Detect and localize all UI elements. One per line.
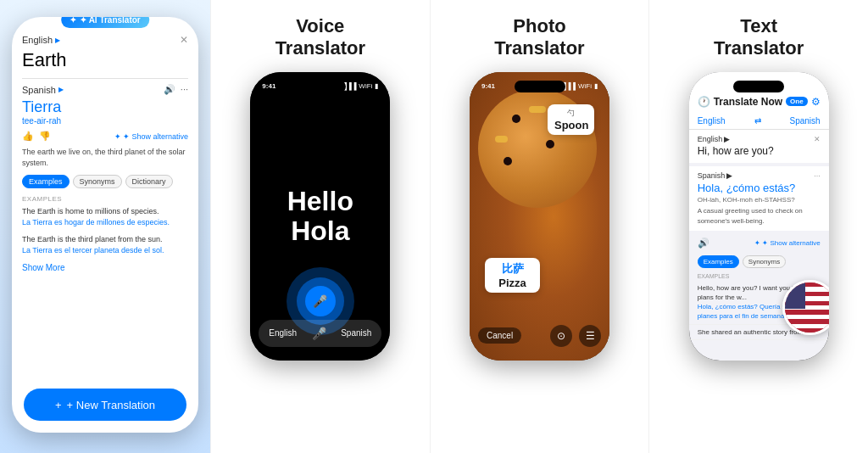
lang-to-label[interactable]: Spanish <box>790 116 821 126</box>
voice-lang-left[interactable]: English <box>269 328 297 338</box>
text-app-header: 🕐 Translate Now One ⚙ <box>689 72 829 113</box>
output-area-lang-row: Spanish ▶ ··· <box>698 171 821 180</box>
input-lang-label[interactable]: English ▶ <box>22 35 60 45</box>
battery-icon: ▮ <box>375 82 378 90</box>
panel-app-screenshot: ✦ ✦ AI Translator English ▶ ✕ Earth Span… <box>0 0 210 453</box>
ai-badge-label: ✦ AI Translator <box>80 17 141 25</box>
header-center: Translate Now One <box>714 96 808 108</box>
mic-small-icon[interactable]: 🎤 <box>312 327 326 340</box>
olive-2 <box>546 140 554 148</box>
photo-notch <box>515 81 565 92</box>
mic-icon[interactable]: 🎤 <box>313 294 327 308</box>
photo-status-time: 9:41 <box>481 82 495 90</box>
output-pronunciation: OH-lah, KOH-moh eh-STAHSS? <box>698 196 821 204</box>
output-lang-row: Spanish ▶ 🔊 ··· <box>22 84 188 95</box>
divider-1 <box>22 78 188 79</box>
example-2: The Earth is the third planet from the s… <box>22 234 188 255</box>
spoon-icon-char: 勺 <box>554 108 587 119</box>
example-1: The Earth is home to millions of species… <box>22 206 188 227</box>
voice-bottom-bar: English 🎤 Spanish <box>259 320 381 347</box>
status-time: 9:41 <box>262 82 275 90</box>
output-more-icon[interactable]: ··· <box>814 171 821 180</box>
ai-badge[interactable]: ✦ ✦ AI Translator <box>61 17 149 28</box>
ai-star-icon: ✦ <box>70 17 76 25</box>
output-lang-text: Spanish <box>22 85 56 95</box>
output-lang-arrow: ▶ <box>726 171 732 180</box>
cancel-button[interactable]: Cancel <box>478 327 521 344</box>
text-alt-star-icon: ✦ <box>754 239 760 247</box>
tab-synonyms[interactable]: Synonyms <box>73 175 122 188</box>
text-phone-mockup: 🕐 Translate Now One ⚙ English ⇄ Spanish … <box>689 72 829 361</box>
text-title: TextTranslator <box>714 15 804 60</box>
close-icon[interactable]: ✕ <box>180 34 188 46</box>
text-notch <box>733 81 784 92</box>
alt-star-icon: ✦ <box>114 132 121 141</box>
photo-screen: 勺 Spoon 比萨 Pizza Cancel ⊙ ☰ <box>470 72 609 361</box>
new-translation-label: + New Translation <box>67 399 155 411</box>
output-lang-name: Spanish <box>698 171 726 180</box>
pizza-label-english: Pizza <box>492 277 533 289</box>
input-word: Earth <box>22 49 188 71</box>
input-lang-name: English <box>698 135 723 143</box>
voice-lang-right[interactable]: Spanish <box>341 328 371 338</box>
example-2-es: La Tierra es el tercer planeta desde el … <box>22 245 188 256</box>
swap-icon[interactable]: ⇄ <box>754 116 761 126</box>
lang-arrow-icon: ▶ <box>55 36 60 44</box>
voice-screen: Hello Hola 🎤 <box>250 72 390 361</box>
input-lang-row: English ▶ ✕ <box>22 34 188 46</box>
show-more[interactable]: Show More <box>22 263 188 272</box>
plus-icon: + <box>55 399 62 411</box>
text-output-area: Spanish ▶ ··· Hola, ¿cómo estás? OH-lah,… <box>689 166 829 230</box>
text-tab-examples[interactable]: Examples <box>698 255 739 268</box>
olive-3 <box>504 157 512 165</box>
output-lang-label[interactable]: Spanish ▶ <box>22 85 64 95</box>
text-show-alternative[interactable]: ✦ ✦ Show alternative <box>754 239 820 247</box>
thumbdown-icon[interactable]: 👎 <box>39 131 51 142</box>
panel-voice: VoiceTranslator 9:41 ▐▐▐ WiFi ▮ Hello Ho… <box>210 0 430 453</box>
output-lang-arrow-icon: ▶ <box>58 86 64 93</box>
input-lang-text: English <box>22 35 53 45</box>
output-definition: A casual greeting used to check on someo… <box>698 206 821 225</box>
photo-wifi-icon: WiFi <box>578 82 592 90</box>
text-tab-row: Examples Synonyms <box>689 252 829 271</box>
clear-icon[interactable]: ✕ <box>814 135 821 143</box>
show-alt-text: ✦ Show alternative <box>123 132 188 141</box>
status-icons: ▐▐▐ WiFi ▮ <box>342 82 378 90</box>
thumbup-icon[interactable]: 👍 <box>22 131 34 142</box>
app-content: English ▶ ✕ Earth Spanish ▶ 🔊 ··· Tierra… <box>12 17 198 433</box>
wave-circle-inner: 🎤 <box>305 286 336 316</box>
us-flag-circle <box>782 280 829 335</box>
wifi-icon: WiFi <box>359 82 372 90</box>
tab-examples[interactable]: Examples <box>22 175 70 188</box>
input-lang-arrow: ▶ <box>724 135 730 143</box>
photo-action-buttons: ⊙ ☰ <box>550 325 601 347</box>
input-area-lang: English ▶ <box>698 135 731 143</box>
text-speaker-icon[interactable]: 🔊 <box>698 238 709 249</box>
speaker-icon[interactable]: 🔊 <box>164 84 175 95</box>
text-tab-synonyms[interactable]: Synonyms <box>743 255 786 268</box>
show-alternative[interactable]: ✦ ✦ Show alternative <box>114 132 188 141</box>
photo-action-2[interactable]: ☰ <box>579 325 601 347</box>
photo-action-1[interactable]: ⊙ <box>550 325 572 347</box>
more-icon[interactable]: ··· <box>181 84 188 95</box>
output-translation-text: Hola, ¿cómo estás? <box>698 182 821 194</box>
spoon-label-english: Spoon <box>554 119 587 131</box>
cheese-2 <box>495 136 508 143</box>
new-translation-button[interactable]: + + New Translation <box>24 389 186 421</box>
pronunciation: tee-air-rah <box>22 116 188 126</box>
input-text-value[interactable]: Hi, how are you? <box>698 145 821 159</box>
cheese-1 <box>529 106 546 113</box>
header-title-text: Translate Now <box>714 96 782 108</box>
tab-dictionary[interactable]: Dictionary <box>125 175 173 188</box>
photo-title: PhotoTranslator <box>494 15 584 60</box>
lang-from-label[interactable]: English <box>698 116 726 126</box>
one-badge: One <box>786 97 808 106</box>
flag-canton <box>785 282 806 309</box>
pizza-label-box: 比萨 Pizza <box>485 258 540 293</box>
translation-word: Tierra <box>22 98 188 116</box>
example-1-es: La Tierra es hogar de millones de especi… <box>22 217 188 228</box>
panel-photo: PhotoTranslator 9:41 ▐▐▐ WiFi ▮ <box>430 0 649 453</box>
clock-icon[interactable]: 🕐 <box>698 96 710 108</box>
examples-label: EXAMPLES <box>22 195 188 203</box>
gear-icon[interactable]: ⚙ <box>811 96 821 108</box>
